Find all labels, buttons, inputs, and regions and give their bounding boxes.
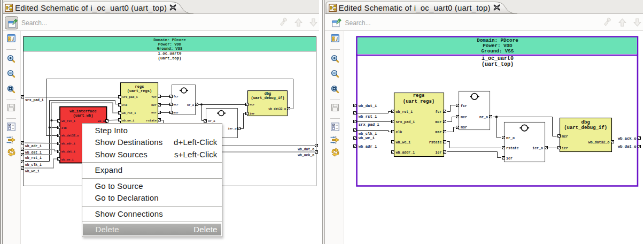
- svg-text:mcr: mcr: [562, 135, 568, 139]
- svg-text:srx_pad_i: srx_pad_i: [122, 96, 138, 99]
- svg-text:rstate: rstate: [429, 141, 442, 144]
- svg-text:clk: clk: [122, 104, 128, 107]
- svg-text:wb_adr_i: wb_adr_i: [359, 144, 377, 149]
- svg-text:mcr: mcr: [436, 120, 442, 124]
- svg-text:regs: regs: [135, 85, 144, 89]
- svg-text:wb_rst_i: wb_rst_i: [25, 156, 42, 160]
- svg-text:(uart_top): (uart_top): [158, 56, 182, 60]
- svg-text:wb_rst_i: wb_rst_i: [122, 112, 137, 115]
- svg-text:wb_dat_o: wb_dat_o: [618, 144, 637, 149]
- svg-text:(uart_debug_if): (uart_debug_if): [564, 125, 607, 131]
- svg-text:Domain: PDcore: Domain: PDcore: [153, 38, 186, 42]
- svg-text:i_oc_uart0: i_oc_uart0: [158, 51, 182, 56]
- svg-text:wb_addr_i: wb_addr_i: [396, 151, 415, 155]
- svg-text:ier: ier: [250, 112, 255, 116]
- svg-text:ier: ier: [562, 147, 568, 150]
- svg-text:clk: clk: [61, 127, 67, 130]
- svg-text:wb_clk_i: wb_clk_i: [359, 132, 377, 136]
- svg-text:wb_dat_i: wb_dat_i: [25, 151, 42, 155]
- svg-text:msr: msr: [436, 131, 442, 134]
- svg-text:fcr: fcr: [461, 104, 467, 108]
- svg-text:mcr: mcr: [250, 103, 255, 106]
- svg-text:wb_dat32_o: wb_dat32_o: [588, 141, 610, 144]
- svg-text:wb_clk_i: wb_clk_i: [25, 163, 42, 167]
- svg-text:wb_adr_i: wb_adr_i: [61, 142, 76, 146]
- svg-text:srx_pad_i: srx_pad_i: [25, 98, 44, 102]
- svg-text:wb_adr_i: wb_adr_i: [25, 144, 42, 148]
- svg-text:msr: msr: [151, 111, 157, 115]
- svg-text:Power: VDD: Power: VDD: [158, 42, 182, 47]
- svg-text:wb_we_i: wb_we_i: [359, 136, 375, 140]
- svg-text:wb_dat32_o: wb_dat32_o: [61, 134, 79, 138]
- svg-text:regs: regs: [413, 93, 425, 98]
- svg-text:wb_we_i: wb_we_i: [25, 170, 40, 173]
- svg-text:ier_o: ier_o: [532, 147, 543, 150]
- svg-text:i: i: [336, 36, 337, 42]
- svg-text:wb_rst_i: wb_rst_i: [61, 120, 76, 123]
- svg-text:wb_dat_o: wb_dat_o: [298, 148, 314, 151]
- svg-text:clk: clk: [396, 131, 402, 134]
- svg-text:wb_ack_o: wb_ack_o: [618, 136, 637, 141]
- svg-text:(uart_wb): (uart_wb): [73, 113, 94, 118]
- svg-text:ier_o: ier_o: [228, 127, 236, 131]
- svg-text:fcr: fcr: [436, 110, 442, 114]
- svg-text:wb_dat32_o: wb_dat32_o: [269, 108, 286, 111]
- svg-text:wb_rst_i: wb_rst_i: [359, 115, 377, 119]
- svg-text:nr_o: nr_o: [187, 104, 194, 107]
- svg-text:ier: ier: [506, 157, 513, 161]
- svg-text:rstate: rstate: [146, 119, 157, 123]
- svg-text:fcr: fcr: [174, 95, 179, 98]
- svg-text:mcr: mcr: [174, 103, 179, 106]
- svg-text:msr: msr: [174, 111, 179, 115]
- svg-text:srx_pad_i: srx_pad_i: [359, 123, 380, 127]
- svg-text:mcr: mcr: [151, 104, 157, 107]
- svg-text:dbg: dbg: [265, 92, 271, 96]
- svg-text:mcr: mcr: [461, 116, 467, 119]
- svg-text:(uart_debug_if): (uart_debug_if): [251, 96, 284, 100]
- svg-text:i: i: [12, 36, 14, 42]
- svg-text:dbg: dbg: [581, 120, 590, 125]
- svg-text:nr_o: nr_o: [479, 116, 488, 119]
- svg-text:Ground: VSS: Ground: VSS: [157, 47, 183, 51]
- svg-text:i_oc_uart0: i_oc_uart0: [482, 56, 514, 62]
- svg-text:wb_dat_i: wb_dat_i: [61, 150, 76, 154]
- svg-text:ier: ier: [436, 151, 442, 155]
- svg-text:wb_ack_o: wb_ack_o: [298, 154, 314, 157]
- svg-text:fcr: fcr: [151, 96, 157, 99]
- svg-text:nr_o: nr_o: [506, 136, 515, 140]
- svg-text:(uart_regs): (uart_regs): [127, 89, 152, 93]
- svg-text:srx_pad_i: srx_pad_i: [396, 120, 415, 124]
- svg-text:Ground: VSS: Ground: VSS: [482, 48, 514, 54]
- svg-text:wb_we_i: wb_we_i: [122, 119, 135, 123]
- svg-text:wb_we_i: wb_we_i: [61, 158, 74, 162]
- svg-text:(uart_top): (uart_top): [482, 62, 514, 67]
- svg-text:wb_interface: wb_interface: [69, 109, 97, 113]
- svg-text:rstate: rstate: [506, 147, 519, 150]
- svg-text:(uart_regs): (uart_regs): [403, 99, 435, 104]
- svg-text:msr: msr: [461, 126, 467, 129]
- svg-text:wb_we_i: wb_we_i: [396, 141, 411, 144]
- svg-text:wb_rst_i: wb_rst_i: [396, 110, 413, 114]
- svg-text:wb_dat_i: wb_dat_i: [359, 104, 377, 108]
